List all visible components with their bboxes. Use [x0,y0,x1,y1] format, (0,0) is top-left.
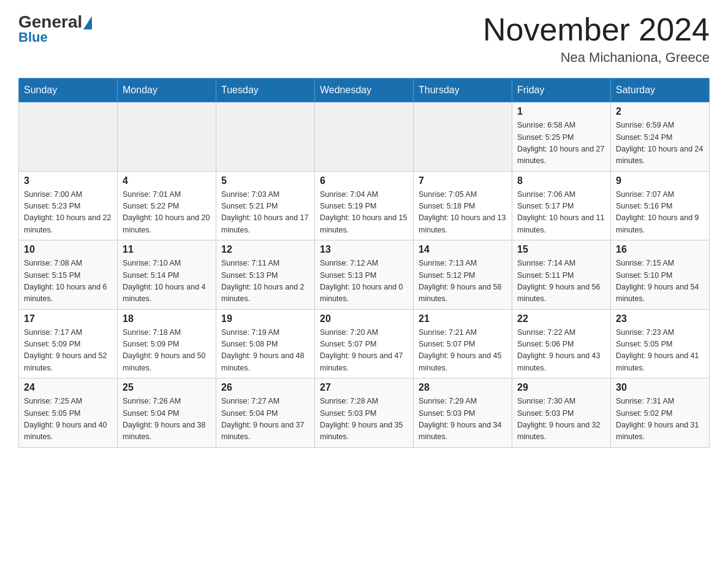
page-header: General Blue November 2024 Nea Michanion… [18,12,710,66]
calendar-day: 3Sunrise: 7:00 AM Sunset: 5:23 PM Daylig… [19,171,118,240]
calendar-day: 21Sunrise: 7:21 AM Sunset: 5:07 PM Dayli… [414,309,512,378]
day-number: 28 [419,382,507,393]
day-info: Sunrise: 7:19 AM Sunset: 5:08 PM Dayligh… [221,327,309,375]
calendar-day: 2Sunrise: 6:59 AM Sunset: 5:24 PM Daylig… [611,102,710,172]
day-number: 26 [221,382,309,393]
calendar-day: 24Sunrise: 7:25 AM Sunset: 5:05 PM Dayli… [19,378,118,448]
calendar-day: 25Sunrise: 7:26 AM Sunset: 5:04 PM Dayli… [118,378,216,448]
day-info: Sunrise: 7:17 AM Sunset: 5:09 PM Dayligh… [24,327,112,375]
day-number: 5 [221,175,309,186]
day-info: Sunrise: 7:12 AM Sunset: 5:13 PM Dayligh… [320,258,408,305]
day-info: Sunrise: 7:30 AM Sunset: 5:03 PM Dayligh… [517,396,605,443]
calendar-day: 16Sunrise: 7:15 AM Sunset: 5:10 PM Dayli… [611,240,710,310]
day-info: Sunrise: 7:03 AM Sunset: 5:21 PM Dayligh… [221,189,309,237]
day-number: 25 [123,382,211,393]
day-number: 11 [123,244,211,255]
calendar-day: 22Sunrise: 7:22 AM Sunset: 5:06 PM Dayli… [512,309,611,378]
calendar-day: 12Sunrise: 7:11 AM Sunset: 5:13 PM Dayli… [216,240,315,310]
day-number: 29 [517,382,605,393]
day-number: 8 [517,175,605,186]
calendar-day: 28Sunrise: 7:29 AM Sunset: 5:03 PM Dayli… [414,378,512,448]
weekday-header-row: SundayMondayTuesdayWednesdayThursdayFrid… [19,79,710,102]
day-info: Sunrise: 7:26 AM Sunset: 5:04 PM Dayligh… [123,396,211,443]
calendar-subtitle: Nea Michaniona, Greece [483,50,710,66]
day-number: 2 [616,106,704,117]
day-number: 13 [320,244,408,255]
calendar-week-4: 17Sunrise: 7:17 AM Sunset: 5:09 PM Dayli… [19,309,710,378]
day-number: 30 [616,382,704,393]
calendar-day: 1Sunrise: 6:58 AM Sunset: 5:25 PM Daylig… [512,102,611,172]
calendar-day: 5Sunrise: 7:03 AM Sunset: 5:21 PM Daylig… [216,171,315,240]
day-info: Sunrise: 7:05 AM Sunset: 5:18 PM Dayligh… [419,189,507,237]
day-info: Sunrise: 7:21 AM Sunset: 5:07 PM Dayligh… [419,327,507,375]
calendar-day: 17Sunrise: 7:17 AM Sunset: 5:09 PM Dayli… [19,309,118,378]
day-number: 1 [517,106,605,117]
day-number: 19 [221,313,309,324]
weekday-header-tuesday: Tuesday [216,79,315,102]
day-number: 9 [616,175,704,186]
day-info: Sunrise: 7:20 AM Sunset: 5:07 PM Dayligh… [320,327,408,375]
calendar-week-5: 24Sunrise: 7:25 AM Sunset: 5:05 PM Dayli… [19,378,710,448]
calendar-day: 15Sunrise: 7:14 AM Sunset: 5:11 PM Dayli… [512,240,611,310]
calendar-day: 7Sunrise: 7:05 AM Sunset: 5:18 PM Daylig… [414,171,512,240]
calendar-day [414,102,512,172]
day-info: Sunrise: 7:10 AM Sunset: 5:14 PM Dayligh… [123,258,211,305]
calendar-day: 6Sunrise: 7:04 AM Sunset: 5:19 PM Daylig… [315,171,414,240]
calendar-day: 30Sunrise: 7:31 AM Sunset: 5:02 PM Dayli… [611,378,710,448]
day-info: Sunrise: 7:14 AM Sunset: 5:11 PM Dayligh… [517,258,605,305]
calendar-day: 10Sunrise: 7:08 AM Sunset: 5:15 PM Dayli… [19,240,118,310]
weekday-header-monday: Monday [118,79,216,102]
day-number: 3 [24,175,112,186]
day-info: Sunrise: 6:59 AM Sunset: 5:24 PM Dayligh… [616,120,704,167]
calendar-day: 29Sunrise: 7:30 AM Sunset: 5:03 PM Dayli… [512,378,611,448]
calendar-day: 18Sunrise: 7:18 AM Sunset: 5:09 PM Dayli… [118,309,216,378]
logo-triangle-icon [83,16,92,29]
day-number: 21 [419,313,507,324]
day-number: 7 [419,175,507,186]
weekday-header-wednesday: Wednesday [315,79,414,102]
calendar-title: November 2024 [483,12,710,47]
day-number: 23 [616,313,704,324]
weekday-header-saturday: Saturday [611,79,710,102]
day-number: 16 [616,244,704,255]
weekday-header-friday: Friday [512,79,611,102]
calendar-day: 20Sunrise: 7:20 AM Sunset: 5:07 PM Dayli… [315,309,414,378]
day-number: 18 [123,313,211,324]
day-info: Sunrise: 7:06 AM Sunset: 5:17 PM Dayligh… [517,189,605,237]
logo: General Blue [18,12,92,45]
day-number: 6 [320,175,408,186]
calendar-day: 19Sunrise: 7:19 AM Sunset: 5:08 PM Dayli… [216,309,315,378]
calendar-week-2: 3Sunrise: 7:00 AM Sunset: 5:23 PM Daylig… [19,171,710,240]
day-info: Sunrise: 7:07 AM Sunset: 5:16 PM Dayligh… [616,189,704,237]
calendar-day: 9Sunrise: 7:07 AM Sunset: 5:16 PM Daylig… [611,171,710,240]
calendar-table: SundayMondayTuesdayWednesdayThursdayFrid… [18,78,710,448]
day-info: Sunrise: 7:29 AM Sunset: 5:03 PM Dayligh… [419,396,507,443]
calendar-day: 26Sunrise: 7:27 AM Sunset: 5:04 PM Dayli… [216,378,315,448]
day-number: 12 [221,244,309,255]
day-number: 10 [24,244,112,255]
day-number: 4 [123,175,211,186]
day-info: Sunrise: 6:58 AM Sunset: 5:25 PM Dayligh… [517,120,605,167]
calendar-week-1: 1Sunrise: 6:58 AM Sunset: 5:25 PM Daylig… [19,102,710,172]
day-info: Sunrise: 7:11 AM Sunset: 5:13 PM Dayligh… [221,258,309,305]
calendar-day: 8Sunrise: 7:06 AM Sunset: 5:17 PM Daylig… [512,171,611,240]
day-info: Sunrise: 7:31 AM Sunset: 5:02 PM Dayligh… [616,396,704,443]
logo-blue-text: Blue [18,29,48,45]
calendar-day [216,102,315,172]
day-info: Sunrise: 7:28 AM Sunset: 5:03 PM Dayligh… [320,396,408,443]
calendar-day: 11Sunrise: 7:10 AM Sunset: 5:14 PM Dayli… [118,240,216,310]
day-number: 15 [517,244,605,255]
day-info: Sunrise: 7:13 AM Sunset: 5:12 PM Dayligh… [419,258,507,305]
calendar-day: 13Sunrise: 7:12 AM Sunset: 5:13 PM Dayli… [315,240,414,310]
day-info: Sunrise: 7:18 AM Sunset: 5:09 PM Dayligh… [123,327,211,375]
day-info: Sunrise: 7:15 AM Sunset: 5:10 PM Dayligh… [616,258,704,305]
calendar-day: 23Sunrise: 7:23 AM Sunset: 5:05 PM Dayli… [611,309,710,378]
day-info: Sunrise: 7:01 AM Sunset: 5:22 PM Dayligh… [123,189,211,237]
day-info: Sunrise: 7:04 AM Sunset: 5:19 PM Dayligh… [320,189,408,237]
day-number: 22 [517,313,605,324]
calendar-day [19,102,118,172]
calendar-day [315,102,414,172]
day-info: Sunrise: 7:23 AM Sunset: 5:05 PM Dayligh… [616,327,704,375]
day-number: 20 [320,313,408,324]
calendar-day: 14Sunrise: 7:13 AM Sunset: 5:12 PM Dayli… [414,240,512,310]
